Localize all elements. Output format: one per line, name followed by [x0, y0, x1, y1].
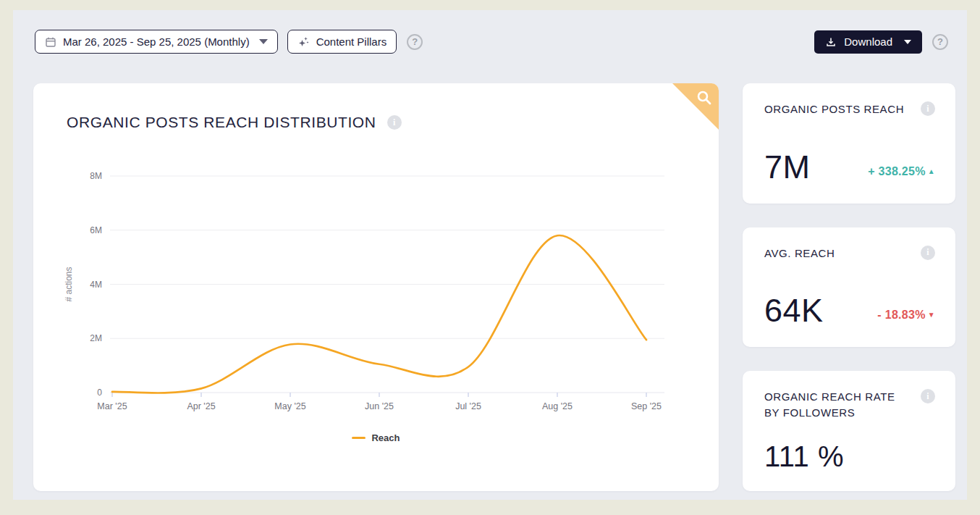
stat-value: 64K [764, 294, 824, 327]
date-range-picker[interactable]: Mar 26, 2025 - Sep 25, 2025 (Monthly) [35, 30, 278, 54]
trend-up-icon: ▲ [928, 167, 935, 175]
main-content: ORGANIC POSTS REACH DISTRIBUTION i 02M4M… [13, 83, 967, 491]
svg-text:8M: 8M [90, 171, 102, 181]
question-mark: ? [412, 36, 418, 47]
help-icon[interactable]: ? [407, 34, 423, 50]
svg-text:Aug '25: Aug '25 [542, 401, 573, 411]
zoom-chart-button[interactable] [672, 83, 719, 130]
stat-delta: - 18.83%▼ [877, 309, 935, 322]
stat-value: 111 % [764, 442, 844, 471]
info-glyph: i [926, 391, 929, 402]
stat-card-avg-reach: AVG. REACH i 64K - 18.83%▼ [743, 227, 955, 348]
sparkles-icon [297, 35, 310, 48]
reach-line-chart[interactable]: 02M4M6M8MMar '25Apr '25May '25Jun '25Jul… [62, 156, 685, 431]
chart-info-icon[interactable]: i [387, 115, 402, 130]
question-mark: ? [937, 36, 943, 47]
download-chevron-icon [904, 40, 911, 44]
calendar-icon [45, 36, 56, 48]
info-icon[interactable]: i [921, 101, 935, 116]
trend-down-icon: ▼ [928, 311, 935, 319]
content-pillars-button[interactable]: Content Pillars [287, 30, 397, 54]
stat-label: ORGANIC REACH RATE BY FOLLOWERS [764, 389, 909, 421]
info-glyph: i [926, 104, 929, 114]
chart-legend[interactable]: Reach [33, 432, 719, 443]
date-range-label: Mar 26, 2025 - Sep 25, 2025 (Monthly) [63, 35, 250, 48]
stat-delta: + 338.25%▲ [868, 165, 935, 178]
stats-sidebar: ORGANIC POSTS REACH i 7M + 338.25%▲ AVG.… [743, 83, 955, 491]
info-icon[interactable]: i [921, 246, 935, 260]
download-help-icon[interactable]: ? [932, 34, 948, 50]
svg-text:2M: 2M [90, 333, 102, 343]
svg-text:# actions: # actions [64, 267, 74, 301]
info-glyph: i [393, 117, 395, 128]
content-pillars-label: Content Pillars [316, 35, 387, 48]
svg-text:Mar '25: Mar '25 [97, 401, 127, 411]
reach-distribution-card: ORGANIC POSTS REACH DISTRIBUTION i 02M4M… [33, 83, 719, 491]
stat-card-organic-posts-reach: ORGANIC POSTS REACH i 7M + 338.25%▲ [743, 83, 955, 204]
info-glyph: i [926, 247, 929, 258]
dashboard-panel: Mar 26, 2025 - Sep 25, 2025 (Monthly) Co… [13, 10, 967, 500]
svg-text:Sep '25: Sep '25 [631, 401, 662, 411]
svg-text:6M: 6M [90, 225, 102, 235]
stat-label: ORGANIC POSTS REACH [764, 101, 904, 117]
svg-text:4M: 4M [90, 280, 102, 290]
download-icon [825, 36, 837, 48]
svg-text:Jun '25: Jun '25 [365, 401, 394, 411]
svg-text:Apr '25: Apr '25 [187, 401, 215, 411]
legend-label: Reach [371, 432, 400, 443]
chart-title: ORGANIC POSTS REACH DISTRIBUTION [67, 114, 376, 131]
toolbar: Mar 26, 2025 - Sep 25, 2025 (Monthly) Co… [13, 10, 967, 54]
stat-label: AVG. REACH [764, 246, 835, 261]
stat-card-organic-reach-rate: ORGANIC REACH RATE BY FOLLOWERS i 111 % [743, 371, 955, 491]
download-label: Download [844, 35, 892, 48]
chevron-down-icon [259, 39, 268, 44]
toolbar-right: Download ? [814, 30, 948, 54]
info-icon[interactable]: i [921, 389, 935, 403]
legend-line-swatch [352, 437, 366, 439]
magnifier-icon [696, 89, 713, 106]
download-button[interactable]: Download [814, 30, 922, 54]
stat-value: 7M [764, 151, 811, 183]
svg-text:Jul '25: Jul '25 [455, 401, 481, 411]
svg-text:0: 0 [97, 388, 102, 398]
svg-text:May '25: May '25 [274, 401, 305, 411]
